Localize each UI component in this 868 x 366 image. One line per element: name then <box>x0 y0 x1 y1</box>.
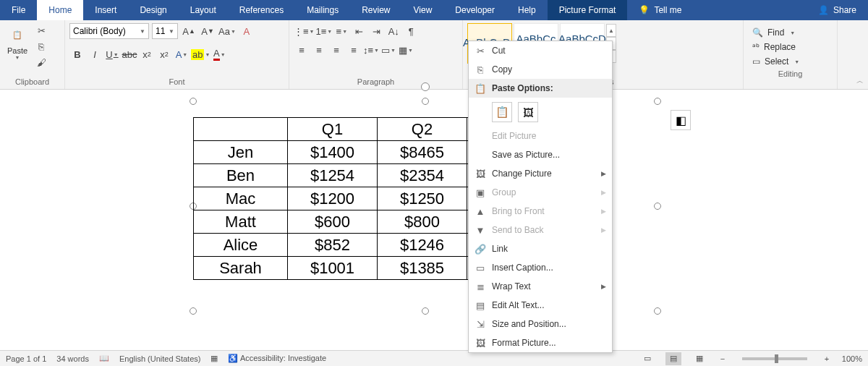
resize-handle-tm[interactable] <box>422 98 429 105</box>
grow-font-button[interactable]: A▲ <box>181 23 197 39</box>
resize-handle-bm[interactable] <box>422 307 429 315</box>
tab-picture-format[interactable]: Picture Format <box>548 0 628 20</box>
paste-keep-source[interactable]: 📋 <box>492 102 512 122</box>
paste-label: Paste <box>7 46 27 55</box>
align-right-button[interactable]: ≡ <box>328 42 344 58</box>
increase-indent-button[interactable]: ⇥ <box>368 23 384 39</box>
ctx-change-picture[interactable]: 🖼Change Picture▶ <box>469 164 612 183</box>
tab-layout[interactable]: Layout <box>179 0 228 20</box>
justify-button[interactable]: ≡ <box>346 42 362 58</box>
lightbulb-icon: 💡 <box>639 5 650 15</box>
ctx-insert-caption[interactable]: ▭Insert Caption... <box>469 258 612 277</box>
ctx-save-as-picture[interactable]: Save as Picture... <box>469 145 612 164</box>
paste-picture[interactable]: 🖼 <box>518 102 538 122</box>
tab-file[interactable]: File <box>0 0 37 20</box>
bring-front-icon: ▲ <box>473 206 488 217</box>
bold-button[interactable]: B <box>69 46 85 62</box>
status-words[interactable]: 34 words <box>56 354 89 363</box>
change-picture-icon: 🖼 <box>473 169 488 179</box>
copy-button[interactable]: ⎘ <box>33 39 49 54</box>
tab-insert[interactable]: Insert <box>83 0 128 20</box>
tab-home[interactable]: Home <box>37 0 83 20</box>
font-color-button[interactable]: A▼ <box>211 46 227 62</box>
tab-help[interactable]: Help <box>506 0 548 20</box>
strikethrough-button[interactable]: abc <box>122 46 137 62</box>
zoom-out-button[interactable]: − <box>718 354 728 363</box>
highlight-button[interactable]: ab▼ <box>191 46 210 62</box>
change-case-button[interactable]: Aa▼ <box>218 23 236 39</box>
link-icon: 🔗 <box>473 244 488 255</box>
zoom-level[interactable]: 100% <box>842 354 862 363</box>
resize-handle-mr[interactable] <box>654 203 661 210</box>
resize-handle-tr[interactable] <box>654 98 661 105</box>
ctx-edit-alt[interactable]: ▤Edit Alt Text... <box>469 296 612 315</box>
tab-developer[interactable]: Developer <box>443 0 506 20</box>
web-layout-button[interactable]: ▦ <box>692 352 707 365</box>
rotation-handle[interactable] <box>421 82 430 91</box>
format-painter-button[interactable]: 🖌 <box>33 55 49 69</box>
italic-button[interactable]: I <box>87 46 103 62</box>
ctx-cut[interactable]: ✂Cut <box>469 41 612 60</box>
show-marks-button[interactable]: ¶ <box>403 23 419 39</box>
read-mode-button[interactable]: ▭ <box>639 352 655 365</box>
group-paragraph-label: Paragraph <box>294 76 458 89</box>
tell-me[interactable]: 💡 Tell me <box>627 0 693 20</box>
layout-options-button[interactable]: ◧ <box>671 110 691 130</box>
share-button[interactable]: 👤 Share <box>807 0 868 20</box>
line-spacing-button[interactable]: ↕≡▼ <box>363 42 379 58</box>
decrease-indent-button[interactable]: ⇤ <box>351 23 367 39</box>
text-effects-button[interactable]: A▼ <box>174 46 190 62</box>
numbering-button[interactable]: 1≡▼ <box>316 23 333 39</box>
ctx-link[interactable]: 🔗Link <box>469 239 612 258</box>
tab-view[interactable]: View <box>402 0 444 20</box>
zoom-slider[interactable] <box>742 357 807 360</box>
tab-references[interactable]: References <box>228 0 295 20</box>
replace-button[interactable]: ᵃᵇReplace <box>748 41 833 54</box>
font-size-combo[interactable]: 11▼ <box>152 23 178 39</box>
status-accessibility[interactable]: ♿ Accessibility: Investigate <box>228 354 326 363</box>
group-clipboard-label: Clipboard <box>4 76 60 89</box>
document-canvas[interactable]: ◧ Q1 Q2 Q4 Jen$1400$84659722 Ben$1254$23… <box>0 90 868 350</box>
tab-review[interactable]: Review <box>350 0 401 20</box>
styles-up[interactable]: ▲ <box>606 24 616 37</box>
align-center-button[interactable]: ≡ <box>311 42 327 58</box>
ctx-bring-front: ▲Bring to Front▶ <box>469 202 612 221</box>
cursor-icon: ▭ <box>752 56 760 67</box>
ctx-wrap-text[interactable]: ≣Wrap Text▶ <box>469 277 612 296</box>
font-name-combo[interactable]: Calibri (Body)▼ <box>69 23 149 39</box>
select-button[interactable]: ▭Select▼ <box>748 55 833 68</box>
bullets-button[interactable]: ⋮≡▼ <box>294 23 315 39</box>
spellcheck-icon[interactable]: 📖 <box>99 354 109 363</box>
resize-handle-tl[interactable] <box>190 98 197 105</box>
tab-mailings[interactable]: Mailings <box>295 0 350 20</box>
superscript-button[interactable]: x2 <box>156 46 172 62</box>
shading-button[interactable]: ▭▼ <box>380 42 396 58</box>
ctx-copy[interactable]: ⎘Copy <box>469 60 612 79</box>
status-page[interactable]: Page 1 of 1 <box>6 354 46 363</box>
align-left-button[interactable]: ≡ <box>294 42 310 58</box>
cut-button[interactable]: ✂ <box>33 23 49 38</box>
subscript-button[interactable]: x2 <box>139 46 155 62</box>
replace-icon: ᵃᵇ <box>752 42 760 52</box>
collapse-ribbon-button[interactable]: ︿ <box>856 76 864 86</box>
shrink-font-button[interactable]: A▼ <box>200 23 216 39</box>
print-layout-button[interactable]: ▤ <box>665 352 681 365</box>
copy-icon: ⎘ <box>473 64 488 75</box>
sort-button[interactable]: A↓ <box>386 23 401 39</box>
borders-button[interactable]: ▦▼ <box>398 42 414 58</box>
status-language[interactable]: English (United States) <box>119 354 201 363</box>
ctx-size-position[interactable]: ⇲Size and Position... <box>469 315 612 333</box>
scissors-icon: ✂ <box>38 25 46 36</box>
ctx-format-picture[interactable]: 🖼Format Picture... <box>469 333 612 352</box>
macro-icon[interactable]: ▦ <box>210 354 218 363</box>
find-button[interactable]: 🔍Find▼ <box>748 26 833 39</box>
resize-handle-br[interactable] <box>654 307 661 315</box>
tab-design[interactable]: Design <box>128 0 178 20</box>
paste-button[interactable]: 📋 Paste ▼ <box>4 23 30 61</box>
multilevel-button[interactable]: ≡▼ <box>333 23 349 39</box>
underline-button[interactable]: U▼ <box>104 46 120 62</box>
zoom-thumb[interactable] <box>775 354 778 363</box>
zoom-in-button[interactable]: + <box>822 354 832 363</box>
resize-handle-bl[interactable] <box>190 307 197 315</box>
clear-formatting-button[interactable]: A <box>239 23 255 39</box>
